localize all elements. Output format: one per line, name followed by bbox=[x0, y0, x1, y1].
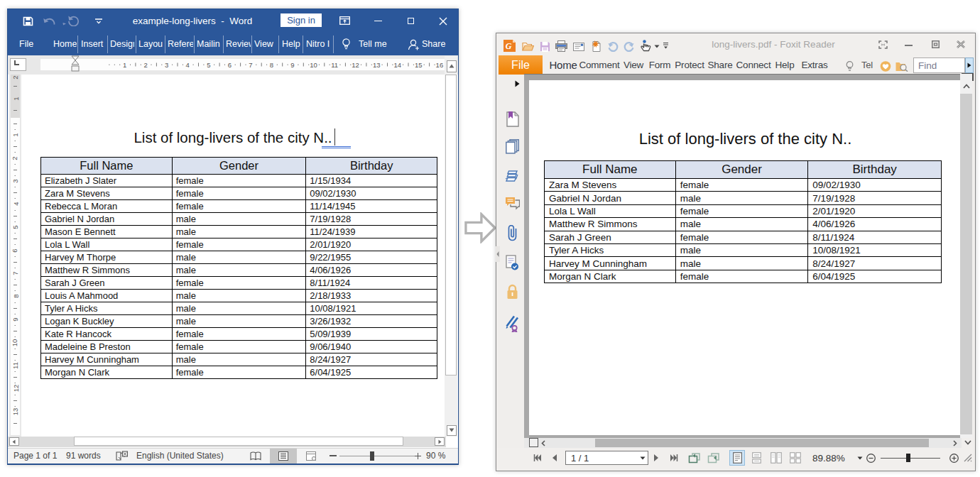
svg-text:15: 15 bbox=[415, 61, 423, 69]
svg-text:G: G bbox=[506, 41, 512, 51]
svg-text:1: 1 bbox=[123, 61, 126, 69]
svg-text:6: 6 bbox=[11, 248, 18, 252]
svg-text:2: 2 bbox=[11, 75, 19, 79]
svg-text:1: 1 bbox=[11, 133, 19, 136]
svg-text:4: 4 bbox=[12, 202, 20, 205]
svg-text:9: 9 bbox=[11, 317, 19, 321]
svg-text:7: 7 bbox=[11, 271, 19, 275]
svg-text:16: 16 bbox=[436, 61, 444, 69]
svg-text:13: 13 bbox=[11, 408, 19, 416]
svg-text:13: 13 bbox=[373, 61, 381, 69]
svg-text:6: 6 bbox=[228, 61, 232, 69]
svg-text:10: 10 bbox=[11, 339, 18, 347]
svg-text:14: 14 bbox=[394, 61, 402, 69]
svg-text:11: 11 bbox=[331, 61, 338, 69]
svg-text:2: 2 bbox=[11, 156, 18, 160]
svg-text:5: 5 bbox=[207, 61, 210, 69]
svg-text:3: 3 bbox=[11, 179, 19, 182]
svg-text:9: 9 bbox=[290, 61, 294, 69]
svg-text:1: 1 bbox=[12, 97, 20, 100]
svg-text:5: 5 bbox=[11, 225, 19, 229]
svg-text:8: 8 bbox=[270, 61, 273, 69]
svg-text:12: 12 bbox=[352, 61, 359, 69]
svg-text:10: 10 bbox=[310, 61, 317, 69]
svg-text:2: 2 bbox=[144, 61, 148, 69]
svg-text:4: 4 bbox=[186, 61, 190, 69]
svg-text:11: 11 bbox=[11, 362, 19, 369]
svg-text:3: 3 bbox=[165, 61, 168, 69]
svg-text:8: 8 bbox=[12, 294, 20, 297]
svg-text:12: 12 bbox=[12, 385, 20, 393]
svg-text:7: 7 bbox=[249, 61, 252, 69]
